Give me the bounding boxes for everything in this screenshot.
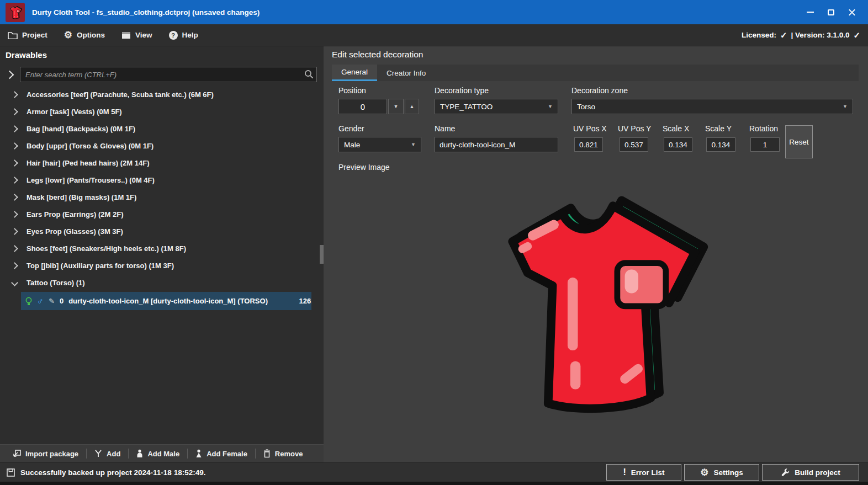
search-input[interactable] [20,67,317,82]
reset-button[interactable]: Reset [785,125,813,158]
gender-label: Gender [338,124,364,133]
import-package-button[interactable]: Import package [7,446,84,461]
toolbar-separator [255,449,256,459]
maximize-icon [828,9,834,15]
toolbar-separator [128,449,129,459]
editor-tabstrip: General Creator Info [332,65,859,81]
tattoo-item-row-selected[interactable]: ♂ ✎ 0 durty-cloth-tool-icon_M [durty-clo… [21,292,311,310]
chevron-down-icon: ▼ [411,142,416,147]
drawables-toolbar: Import package Add Add Male [0,444,324,462]
chevron-down-icon[interactable] [11,279,18,286]
title-bar[interactable]: Durty Cloth Tool - fs_studio_clothing.dc… [0,0,868,24]
edit-pencil-icon: ✎ [49,297,55,305]
chevron-right-icon[interactable] [11,125,18,132]
menu-bar: Project ⚙ Options View ? Help Licensed: … [0,24,868,46]
drawables-tree: Accessories [teef] (Parachute, Scuba tan… [0,86,319,310]
app-window: Durty Cloth Tool - fs_studio_clothing.dc… [0,0,868,485]
remove-button[interactable]: Remove [258,446,309,461]
chevron-right-icon[interactable] [11,245,18,252]
position-decrement-button[interactable]: ▼ [388,99,404,114]
tree-category-row[interactable]: Shoes [feet] (Sneakers/High heels etc.) … [0,240,319,257]
chevron-right-icon[interactable] [11,194,18,201]
gear-icon: ⚙ [700,468,708,477]
tree-category-row[interactable]: Bag [hand] (Backpacks) (0M 1F) [0,120,319,137]
decoration-type-select[interactable]: TYPE_TATTOO ▼ [435,99,558,114]
scale-x-label: Scale X [663,124,689,133]
tree-category-row[interactable]: Hair [hair] (Ped head hairs) (2M 14F) [0,154,319,172]
add-male-button[interactable]: Add Male [131,446,185,461]
chevron-right-icon[interactable] [11,177,18,184]
tree-category-row[interactable]: Ears Prop (Earrings) (2M 2F) [0,206,319,223]
uv-pos-y-label: UV Pos Y [618,124,651,133]
male-person-icon [136,449,143,458]
menu-options[interactable]: ⚙ Options [64,30,105,40]
toolbar-separator [86,449,87,459]
window-title: Durty Cloth Tool - fs_studio_clothing.dc… [32,8,260,17]
help-icon: ? [169,31,178,40]
status-message: Successfully backed up project 2024-11-1… [20,468,205,477]
wrench-icon [781,468,790,477]
settings-button[interactable]: ⚙ Settings [684,464,759,481]
toolbar-separator [187,449,188,459]
scale-y-label: Scale Y [705,124,732,133]
gender-select[interactable]: Male ▼ [338,137,421,152]
tree-category-row[interactable]: Mask [berd] (Big masks) (1M 1F) [0,189,319,206]
decoration-zone-select[interactable]: Torso ▼ [571,99,853,114]
add-female-button[interactable]: Add Female [190,446,253,461]
uv-pos-y-input[interactable] [620,137,648,152]
decoration-editor-panel: Edit selected decoration General Creator… [324,46,868,462]
tree-category-row[interactable]: Body [uppr] (Torso & Gloves) (0M 1F) [0,137,319,154]
tree-category-row-tattoo[interactable]: Tattoo (Torso) (1) [0,274,319,291]
chevron-right-icon[interactable] [11,91,18,98]
tree-category-row[interactable]: Eyes Prop (Glasses) (3M 3F) [0,223,319,240]
expand-all-chevron-icon[interactable] [6,70,14,79]
position-label: Position [338,86,366,95]
menu-view[interactable]: View [121,31,152,39]
chevron-right-icon[interactable] [11,159,18,167]
chevron-down-icon: ▼ [843,104,848,109]
uv-pos-x-input[interactable] [574,137,603,152]
tab-general[interactable]: General [332,65,377,81]
tree-category-row[interactable]: Top [jbib] (Auxiliary parts for torso) (… [0,257,319,274]
drawables-panel: Drawables Accessories [teef] (Parachute,… [0,46,324,462]
item-index: 0 [60,297,63,305]
item-label: durty-cloth-tool-icon_M [durty-cloth-too… [68,297,268,305]
chevron-right-icon[interactable] [11,211,18,218]
item-value: 126.9 [299,297,311,305]
minimize-button[interactable] [800,3,821,21]
gear-icon: ⚙ [64,30,72,40]
chevron-right-icon[interactable] [11,228,18,235]
tree-category-row[interactable]: Armor [task] (Vests) (0M 5F) [0,103,319,120]
tree-category-row[interactable]: Legs [lowr] (Pants/Trousers..) (0M 4F) [0,172,319,189]
spinner-up-icon: ▲ [410,104,415,109]
tshirt-logo-icon [8,5,23,20]
rotation-input[interactable] [750,137,780,152]
tree-scrollbar-thumb[interactable] [320,245,324,264]
chevron-right-icon[interactable] [11,108,18,115]
maximize-button[interactable] [821,3,841,21]
decoration-type-label: Decoration type [435,86,489,95]
folder-icon [8,31,18,39]
position-input[interactable] [338,99,387,114]
window-view-icon [121,31,131,39]
menu-project[interactable]: Project [8,31,47,39]
tab-creator-info[interactable]: Creator Info [377,65,435,81]
scale-x-input[interactable] [664,137,692,152]
close-button[interactable] [841,3,862,21]
tree-category-row[interactable]: Accessories [teef] (Parachute, Scuba tan… [0,86,319,103]
minimize-icon [807,12,814,13]
name-input[interactable] [435,137,558,152]
chevron-right-icon[interactable] [11,142,18,150]
scale-y-input[interactable] [706,137,735,152]
import-icon [12,449,21,458]
preview-image-label: Preview Image [338,163,390,172]
error-list-button[interactable]: ! Error List [606,464,681,481]
add-button[interactable]: Add [89,446,126,461]
editor-title: Edit selected decoration [332,50,423,60]
spinner-down-icon: ▼ [394,104,399,109]
chevron-down-icon: ▼ [548,104,553,109]
menu-help[interactable]: ? Help [169,31,198,40]
build-project-button[interactable]: Build project [762,464,859,481]
chevron-right-icon[interactable] [11,262,18,269]
position-increment-button[interactable]: ▲ [405,99,419,114]
